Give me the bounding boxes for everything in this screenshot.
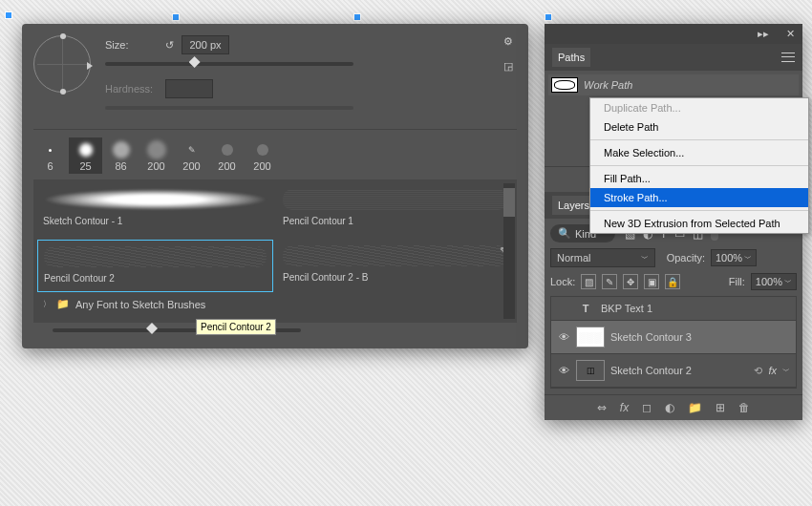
- layer-name: Sketch Contour 2: [610, 365, 692, 376]
- menu-separator: [590, 210, 808, 211]
- folder-icon: 📁: [56, 298, 70, 310]
- brush-preset[interactable]: ✎ Pencil Contour 2 - B: [277, 240, 513, 292]
- new-layer-icon[interactable]: ⊞: [716, 401, 725, 414]
- link-icon[interactable]: ⟲: [754, 365, 762, 377]
- reset-icon[interactable]: ↺: [165, 39, 174, 52]
- lock-label: Lock:: [550, 276, 575, 287]
- fill-input[interactable]: 100%﹀: [751, 273, 797, 290]
- lock-brush-icon[interactable]: ✎: [602, 274, 617, 289]
- brush-size-presets: 6 25 86 200 ✎200 200 200: [33, 129, 517, 174]
- size-preset[interactable]: 86: [104, 137, 138, 174]
- size-preset[interactable]: 200: [246, 137, 279, 174]
- panel-header-controls: ▸▸ ✕: [545, 24, 802, 44]
- chevron-down-icon[interactable]: ﹀: [782, 366, 790, 376]
- brush-angle-widget[interactable]: [33, 35, 91, 93]
- tab-paths[interactable]: Paths: [552, 48, 590, 67]
- layers-panel-body: 🔍 Kind ﹀ ▧ ◐ T ▭ ◫ Normal﹀ Opacity: 100%…: [545, 219, 802, 394]
- menu-delete-path[interactable]: Delete Path: [590, 117, 808, 137]
- trash-icon[interactable]: 🗑: [738, 401, 750, 414]
- angle-handle[interactable]: [60, 89, 66, 95]
- size-preset[interactable]: 200: [139, 137, 173, 174]
- path-name: Work Path: [584, 79, 632, 91]
- menu-stroke-path[interactable]: Stroke Path...: [590, 188, 808, 207]
- size-preset[interactable]: 6: [33, 137, 67, 174]
- folder-label: Any Font to Sketch Brushes: [75, 299, 205, 310]
- chevron-down-icon: ﹀: [641, 253, 649, 264]
- selection-handle[interactable]: [545, 13, 552, 21]
- size-input[interactable]: 200 px: [182, 35, 229, 54]
- layer-item[interactable]: T BKP Text 1: [551, 297, 796, 321]
- gear-icon[interactable]: ⚙: [503, 35, 517, 49]
- fill-label: Fill:: [729, 276, 745, 287]
- hardness-label: Hardness:: [105, 83, 158, 95]
- chevron-right-icon: 〉: [43, 299, 51, 309]
- menu-make-selection[interactable]: Make Selection...: [590, 143, 808, 162]
- menu-3d-extrusion[interactable]: New 3D Extrusion from Selected Path: [590, 214, 808, 233]
- panel-menu-icon[interactable]: [781, 53, 795, 62]
- scrollbar[interactable]: [503, 183, 515, 319]
- selection-handle[interactable]: [353, 13, 361, 21]
- mask-icon[interactable]: ◻: [642, 401, 652, 414]
- brush-preset[interactable]: Pencil Contour 2: [37, 240, 273, 292]
- layer-thumbnail: ◫: [576, 360, 605, 381]
- angle-handle[interactable]: [60, 33, 66, 39]
- brush-settings-panel: ⚙ ◲ Size: ↺ 200 px Hardness: 6 25 86 200: [22, 24, 528, 348]
- fx-icon[interactable]: fx: [620, 401, 629, 414]
- size-label: Size:: [105, 39, 158, 51]
- adjustment-icon[interactable]: ◐: [665, 401, 674, 414]
- search-icon: 🔍: [558, 227, 571, 240]
- path-thumbnail: [551, 77, 578, 93]
- layers-footer: ⇔ fx ◻ ◐ 📁 ⊞ 🗑: [545, 394, 802, 420]
- type-layer-icon: T: [576, 303, 595, 314]
- menu-fill-path[interactable]: Fill Path...: [590, 169, 808, 188]
- layer-thumbnail: ▒▒▒: [576, 327, 605, 348]
- fx-indicator[interactable]: fx: [768, 365, 777, 376]
- lock-position-icon[interactable]: ✥: [623, 274, 638, 289]
- layer-name: Sketch Contour 3: [610, 331, 692, 343]
- close-icon[interactable]: ✕: [786, 28, 795, 40]
- path-context-menu: Duplicate Path... Delete Path Make Selec…: [589, 97, 809, 234]
- selection-handle[interactable]: [172, 13, 180, 21]
- menu-separator: [590, 139, 808, 140]
- brush-preset[interactable]: Sketch Contour - 1: [37, 183, 273, 236]
- collapse-icon[interactable]: ▸▸: [758, 28, 769, 40]
- opacity-label: Opacity:: [661, 252, 705, 264]
- menu-separator: [590, 165, 808, 166]
- visibility-icon[interactable]: 👁: [557, 365, 570, 376]
- brush-preset[interactable]: Pencil Contour 1: [277, 183, 513, 236]
- brush-folder[interactable]: 〉 📁 Any Font to Sketch Brushes: [37, 292, 513, 316]
- layer-name: BKP Text 1: [601, 303, 652, 314]
- brush-preset-list: Sketch Contour - 1 Pencil Contour 1 Penc…: [33, 179, 517, 323]
- hardness-input: [165, 79, 213, 98]
- group-icon[interactable]: 📁: [688, 401, 702, 414]
- layer-item[interactable]: 👁 ▒▒▒ Sketch Contour 3: [551, 321, 796, 354]
- size-slider[interactable]: [105, 62, 353, 66]
- link-layers-icon[interactable]: ⇔: [597, 401, 607, 414]
- angle-arrow[interactable]: [87, 62, 93, 70]
- tooltip: Pencil Contour 2: [196, 319, 276, 335]
- opacity-input[interactable]: 100%﹀: [711, 249, 757, 266]
- new-window-icon[interactable]: ◲: [503, 60, 517, 74]
- layer-item[interactable]: 👁 ◫ Sketch Contour 2 ⟲ fx ﹀: [551, 354, 796, 388]
- path-item[interactable]: Work Path: [548, 74, 799, 95]
- blend-mode-dropdown[interactable]: Normal﹀: [550, 248, 655, 267]
- size-preset[interactable]: 25: [69, 137, 102, 174]
- hardness-slider: [105, 106, 353, 110]
- visibility-icon[interactable]: 👁: [557, 331, 570, 343]
- lock-artboard-icon[interactable]: ▣: [644, 274, 659, 289]
- lock-transparency-icon[interactable]: ▨: [581, 274, 596, 289]
- menu-duplicate-path[interactable]: Duplicate Path...: [590, 98, 808, 117]
- selection-handle[interactable]: [5, 11, 12, 19]
- size-preset[interactable]: 200: [210, 137, 244, 174]
- size-preset[interactable]: ✎200: [175, 137, 208, 174]
- lock-all-icon[interactable]: 🔒: [665, 274, 680, 289]
